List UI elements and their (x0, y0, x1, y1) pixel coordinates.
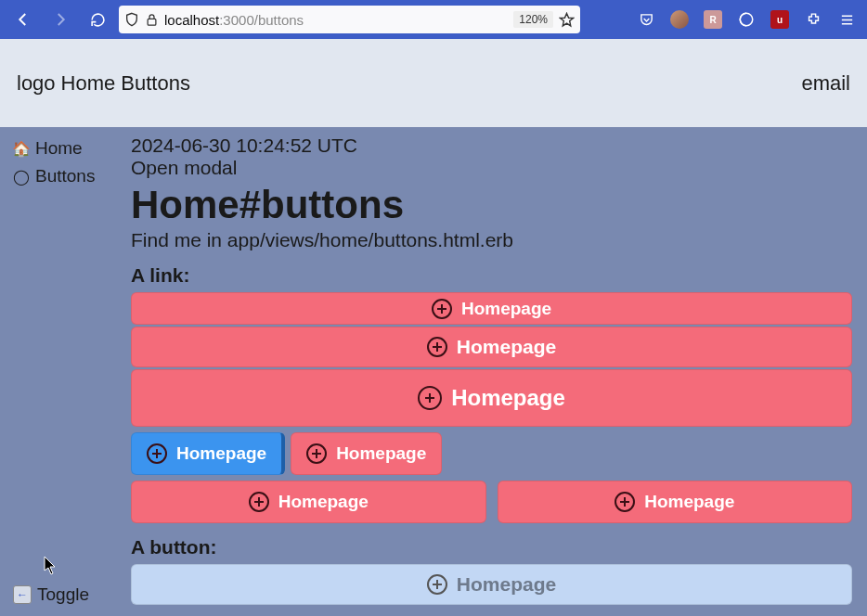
zoom-badge[interactable]: 120% (513, 11, 553, 28)
plus-icon (249, 492, 269, 512)
reload-button[interactable] (82, 6, 113, 33)
menu-icon[interactable] (834, 6, 860, 32)
pocket-icon[interactable] (633, 6, 659, 32)
home-icon: 🏠 (13, 140, 30, 158)
nav-buttons[interactable]: Buttons (121, 71, 190, 96)
homepage-link-half-1[interactable]: Homepage (131, 481, 486, 523)
circle-icon: ◯ (13, 168, 30, 186)
url-bar[interactable]: localhost:3000/buttons 120% (119, 6, 580, 33)
link-section-label: A link: (131, 264, 852, 287)
shield-icon (124, 12, 139, 27)
back-button[interactable] (7, 6, 39, 33)
page-heading: Home#buttons (131, 183, 852, 227)
sidebar-toggle[interactable]: ← Toggle (0, 581, 123, 609)
page-subheading: Find me in app/views/home/buttons.html.e… (131, 229, 852, 251)
sidebar: 🏠 Home ◯ Buttons ← Toggle (0, 127, 123, 616)
homepage-link-inline[interactable]: Homepage (291, 432, 442, 475)
homepage-link-blue[interactable]: Homepage (131, 432, 285, 475)
main-content: 2024-06-30 10:24:52 UTC Open modal Home#… (123, 127, 867, 616)
sidebar-item-home[interactable]: 🏠 Home (0, 135, 123, 162)
button-section-label: A button: (131, 536, 852, 558)
plus-icon (418, 386, 442, 410)
forward-button[interactable] (45, 6, 76, 33)
ext-r-icon[interactable]: R (700, 6, 726, 32)
toolbar-right: R u (633, 6, 860, 32)
homepage-link-md[interactable]: Homepage (131, 327, 852, 367)
reader-icon[interactable] (733, 6, 759, 32)
sidebar-item-label: Home (35, 138, 83, 159)
lock-icon (145, 13, 159, 27)
svg-rect-0 (148, 19, 156, 25)
homepage-link-half-2[interactable]: Homepage (498, 481, 853, 523)
account-icon[interactable] (666, 6, 692, 32)
homepage-link-sm[interactable]: Homepage (131, 292, 852, 325)
plus-icon (432, 299, 452, 319)
plus-icon (306, 443, 327, 464)
sidebar-item-buttons[interactable]: ◯ Buttons (0, 162, 123, 190)
extensions-icon[interactable] (800, 6, 826, 32)
plus-icon (615, 492, 635, 512)
browser-toolbar: localhost:3000/buttons 120% R u (0, 0, 867, 39)
arrow-left-icon: ← (13, 585, 32, 604)
bookmark-star-icon[interactable] (559, 12, 575, 28)
logo-text[interactable]: logo (17, 71, 56, 96)
timestamp: 2024-06-30 10:24:52 UTC (131, 135, 852, 157)
sidebar-item-label: Buttons (35, 166, 95, 186)
ublock-icon[interactable]: u (767, 6, 793, 32)
plus-icon (147, 443, 167, 464)
page-header: logo Home Buttons email (0, 39, 867, 127)
plus-icon (427, 574, 447, 595)
open-modal-link[interactable]: Open modal (131, 157, 852, 179)
plus-icon (427, 337, 447, 357)
nav-email[interactable]: email (801, 71, 850, 95)
url-text: localhost:3000/buttons (164, 12, 508, 28)
sidebar-toggle-label: Toggle (37, 584, 89, 605)
homepage-button[interactable]: Homepage (131, 564, 852, 605)
homepage-link-lg[interactable]: Homepage (131, 369, 852, 427)
nav-home[interactable]: Home (61, 71, 116, 96)
